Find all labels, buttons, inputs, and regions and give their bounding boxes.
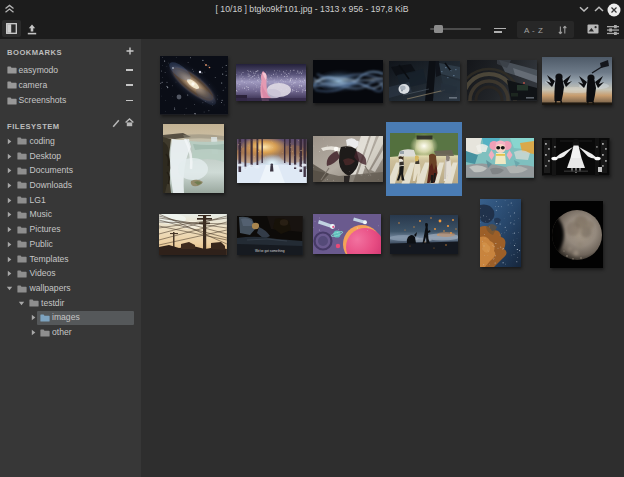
svg-text:We've got something: We've got something [255, 248, 285, 252]
